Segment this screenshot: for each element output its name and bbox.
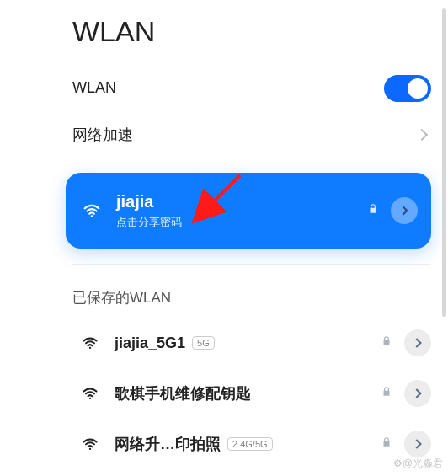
saved-ssid: jiajia_5G1 [115, 334, 185, 352]
wifi-icon [81, 334, 99, 352]
saved-network-row[interactable]: 网络升…印拍照2.4G/5G [0, 419, 448, 469]
wlan-toggle-switch[interactable] [384, 75, 431, 102]
network-acceleration-row[interactable]: 网络加速 [0, 111, 448, 158]
chevron-right-icon [412, 338, 421, 347]
chevron-right-icon [412, 439, 421, 448]
wifi-icon [81, 435, 99, 453]
scrollbar[interactable] [442, 8, 446, 317]
network-details-button[interactable] [404, 329, 431, 356]
wifi-icon [81, 384, 99, 403]
network-details-button[interactable] [404, 431, 431, 457]
band-badge: 2.4G/5G [227, 437, 273, 451]
wifi-icon [83, 201, 101, 220]
chevron-right-icon [398, 206, 408, 215]
svg-point-0 [91, 215, 93, 217]
lock-icon [367, 203, 379, 218]
network-details-button[interactable] [391, 197, 418, 224]
lock-icon [381, 386, 392, 401]
saved-networks-header: 已保存的WLAN [0, 265, 448, 318]
network-details-button[interactable] [404, 380, 431, 407]
watermark: ⚙@光淼君 [393, 457, 443, 471]
saved-network-row[interactable]: 歌棋手机维修配钥匙 [0, 368, 448, 419]
connected-network-card[interactable]: jiajia 点击分享密码 [66, 173, 431, 249]
connected-ssid: jiajia [116, 191, 367, 211]
saved-ssid: 歌棋手机维修配钥匙 [115, 383, 251, 404]
lock-icon [381, 436, 392, 452]
saved-ssid: 网络升…印拍照 [115, 434, 221, 454]
chevron-right-icon [416, 128, 428, 140]
share-password-hint: 点击分享密码 [116, 215, 367, 230]
saved-network-row[interactable]: jiajia_5G15G [0, 318, 448, 368]
svg-point-2 [89, 398, 91, 399]
wlan-toggle-label: WLAN [72, 79, 384, 97]
page-title: WLAN [0, 0, 448, 65]
svg-point-1 [89, 347, 91, 349]
svg-point-3 [89, 448, 91, 450]
chevron-right-icon [412, 388, 421, 398]
network-acceleration-label: 网络加速 [72, 125, 418, 145]
wlan-toggle-row[interactable]: WLAN [0, 65, 448, 111]
band-badge: 5G [192, 336, 215, 350]
lock-icon [381, 335, 392, 350]
